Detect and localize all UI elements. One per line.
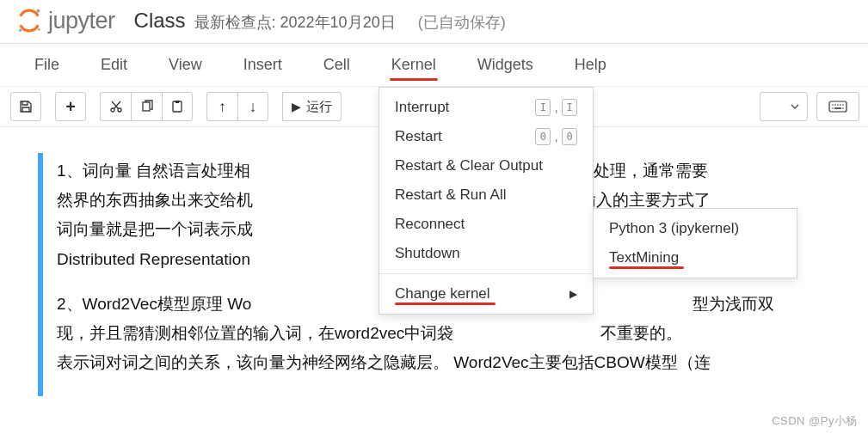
run-label: 运行 xyxy=(306,99,332,115)
menu-view[interactable]: View xyxy=(148,44,223,86)
kernel-dropdown: Interrupt I, I Restart 0, 0 Restart & Cl… xyxy=(379,87,594,315)
celltype-select[interactable] xyxy=(760,92,808,121)
menu-label: Reconnect xyxy=(395,216,465,233)
kernel-restart[interactable]: Restart 0, 0 xyxy=(379,122,593,151)
insert-cell-button[interactable]: + xyxy=(55,92,86,121)
change-kernel-submenu: Python 3 (ipykernel) TextMining xyxy=(593,208,797,278)
menu-label: Shutdown xyxy=(395,245,460,262)
command-palette-button[interactable] xyxy=(816,92,859,121)
svg-point-2 xyxy=(38,28,40,30)
jupyter-logo[interactable]: jupyter xyxy=(15,7,115,34)
svg-rect-5 xyxy=(143,102,150,111)
annotation-underline xyxy=(609,266,684,269)
kernel-change-kernel[interactable]: Change kernel ▶ xyxy=(379,279,593,309)
title-area: Class 最新检查点: 2022年10月20日 (已自动保存) xyxy=(134,9,506,33)
shortcut-keys: 0, 0 xyxy=(535,128,577,145)
play-icon: ▶ xyxy=(292,100,301,113)
svg-point-0 xyxy=(36,9,40,13)
kernel-restart-run[interactable]: Restart & Run All xyxy=(379,180,593,210)
paste-button[interactable] xyxy=(162,92,193,121)
menu-help[interactable]: Help xyxy=(554,44,627,86)
menu-label: TextMining xyxy=(609,249,679,266)
svg-point-16 xyxy=(842,107,844,109)
menu-widgets[interactable]: Widgets xyxy=(457,44,554,86)
plus-icon: + xyxy=(65,97,76,117)
chevron-down-icon xyxy=(790,101,800,112)
notebook-name[interactable]: Class xyxy=(134,9,186,33)
menubar: File Edit View Insert Cell Kernel Widget… xyxy=(0,44,868,87)
checkpoint-status: 最新检查点: 2022年10月20日 xyxy=(194,12,396,33)
scissors-icon xyxy=(109,100,123,113)
keyboard-icon xyxy=(828,101,847,113)
save-button[interactable] xyxy=(10,92,41,121)
svg-rect-15 xyxy=(834,107,841,109)
svg-point-11 xyxy=(837,104,839,106)
submenu-arrow-icon: ▶ xyxy=(569,288,577,300)
kernel-restart-clear[interactable]: Restart & Clear Output xyxy=(379,151,593,180)
svg-point-3 xyxy=(111,108,114,112)
menu-label: Restart xyxy=(395,128,442,145)
svg-rect-8 xyxy=(829,101,846,112)
svg-point-4 xyxy=(118,108,121,112)
kernel-interrupt[interactable]: Interrupt I, I xyxy=(379,93,593,122)
autosave-status: (已自动保存) xyxy=(418,12,506,33)
kernel-option-textmining[interactable]: TextMining xyxy=(594,243,797,272)
menu-insert[interactable]: Insert xyxy=(223,44,303,86)
kernel-reconnect[interactable]: Reconnect xyxy=(379,210,593,239)
menu-kernel[interactable]: Kernel xyxy=(371,44,457,86)
cut-button[interactable] xyxy=(100,92,131,121)
kernel-shutdown[interactable]: Shutdown xyxy=(379,239,593,268)
svg-point-9 xyxy=(832,104,834,106)
svg-point-10 xyxy=(834,104,836,106)
copy-button[interactable] xyxy=(131,92,162,121)
save-icon xyxy=(19,100,33,113)
jupyter-logo-text: jupyter xyxy=(48,8,115,34)
menu-edit[interactable]: Edit xyxy=(80,44,148,86)
run-button[interactable]: ▶ 运行 xyxy=(282,92,342,121)
menu-label: Change kernel xyxy=(395,285,490,302)
svg-point-1 xyxy=(19,29,22,32)
menu-divider xyxy=(379,273,593,274)
svg-point-14 xyxy=(832,107,834,109)
arrow-up-icon: ↑ xyxy=(219,98,226,116)
paste-icon xyxy=(170,100,184,113)
svg-rect-7 xyxy=(175,101,179,103)
toolbar: + ↑ ↓ ▶ 运行 Interrupt I, xyxy=(0,87,868,127)
arrow-down-icon: ↓ xyxy=(249,98,257,116)
menu-label: Restart & Run All xyxy=(395,186,506,204)
annotation-underline xyxy=(395,303,496,305)
svg-point-13 xyxy=(842,104,844,106)
watermark: CSDN @Py小杨 xyxy=(772,413,858,429)
copy-icon xyxy=(140,100,154,113)
jupyter-logo-icon xyxy=(15,7,43,34)
menu-label: Interrupt xyxy=(395,99,449,116)
menu-cell[interactable]: Cell xyxy=(303,44,371,86)
kernel-option-python3[interactable]: Python 3 (ipykernel) xyxy=(594,214,797,243)
move-up-button[interactable]: ↑ xyxy=(206,92,237,121)
move-down-button[interactable]: ↓ xyxy=(237,92,268,121)
menu-file[interactable]: File xyxy=(14,44,80,86)
menu-label: Restart & Clear Output xyxy=(395,157,543,174)
svg-point-12 xyxy=(840,104,841,106)
notebook-header: jupyter Class 最新检查点: 2022年10月20日 (已自动保存) xyxy=(0,0,868,44)
shortcut-keys: I, I xyxy=(535,99,577,116)
menu-label: Python 3 (ipykernel) xyxy=(609,220,739,237)
